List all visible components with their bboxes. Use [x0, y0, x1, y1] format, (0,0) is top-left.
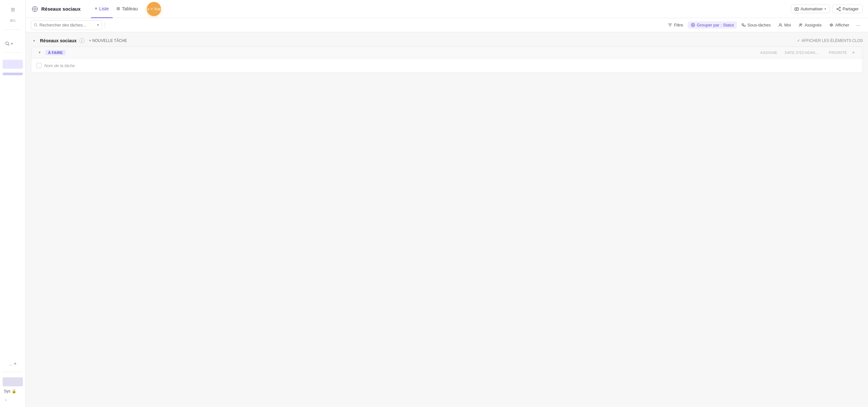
sidebar-search-area[interactable]: ▾ [3, 41, 23, 46]
plus-icon: + [147, 6, 150, 11]
svg-point-6 [34, 8, 36, 10]
filter-divider [104, 22, 105, 28]
chevron-icon: ▾ [11, 42, 13, 46]
task-table: ▾ À FAIRE ASSIGNE DATE D'ÉCHÉAN... PRIOR… [31, 46, 863, 73]
sous-taches-label: Sous-tâches [747, 23, 771, 27]
col-date-header: DATE D'ÉCHÉAN... [780, 51, 818, 55]
new-task-label: + NOUVELLE TÂCHE [89, 38, 127, 43]
topbar-right: Automatiser ▾ Partager [791, 4, 863, 13]
show-closed-button[interactable]: ✓ AFFICHER LES ÉLÉMENTS CLOS [797, 38, 863, 43]
svg-line-18 [838, 9, 840, 10]
task-checkbox[interactable] [36, 63, 42, 68]
sidebar: ⌘K ▾ ... + Sys 🔒 › [0, 0, 26, 407]
filter-more-button[interactable]: ··· [854, 21, 863, 30]
tableau-icon: ⊞ [117, 6, 120, 11]
sidebar-more-button[interactable]: ... + [6, 359, 19, 368]
tab-liste-label: Liste [99, 6, 109, 11]
sidebar-chevron-button[interactable]: › [3, 397, 9, 403]
search-dropdown-icon[interactable]: ▾ [97, 23, 99, 27]
section-header: ▾ Réseaux sociaux i + NOUVELLE TÂCHE ✓ A… [31, 37, 863, 44]
table-header: ▾ À FAIRE ASSIGNE DATE D'ÉCHÉAN... PRIOR… [31, 47, 863, 58]
sidebar-nav-item-highlight[interactable] [3, 60, 23, 69]
assignes-label: Assignés [804, 23, 822, 27]
list-icon: ≡ [95, 6, 97, 11]
svg-point-31 [780, 24, 781, 25]
moi-button[interactable]: Moi [775, 21, 794, 29]
automatiser-chevron-icon: ▾ [825, 7, 826, 11]
sys-label: Sys 🔒 [3, 388, 18, 395]
sidebar-bottom: Sys 🔒 › [0, 388, 26, 403]
sous-taches-button[interactable]: Sous-tâches [738, 21, 774, 29]
svg-line-4 [8, 44, 10, 46]
moi-label: Moi [784, 23, 791, 27]
assignes-button[interactable]: Assignés [796, 21, 825, 29]
task-name-placeholder[interactable]: Nom de la tâche [44, 63, 857, 68]
main-content: Réseaux sociaux ≡ Liste ⊞ Tableau + + Vu… [26, 0, 868, 407]
table-collapse-button[interactable]: ▾ [36, 50, 43, 56]
svg-rect-27 [742, 24, 743, 25]
shortcut-hint: ⌘K [10, 19, 16, 23]
section-collapse-button[interactable]: ▾ [31, 37, 37, 44]
svg-rect-0 [11, 8, 15, 9]
sidebar-bottom-bar[interactable] [3, 377, 23, 386]
col-priorite-header: PRIORITÉ [821, 51, 847, 55]
svg-line-20 [36, 26, 37, 27]
svg-rect-11 [795, 8, 799, 10]
sidebar-top: ⌘K ▾ [0, 4, 26, 76]
svg-point-16 [837, 8, 838, 10]
section-title: Réseaux sociaux [40, 38, 77, 43]
col-assigne-header: ASSIGNE [739, 51, 777, 55]
svg-point-34 [831, 25, 832, 26]
svg-rect-28 [744, 25, 745, 27]
filtre-button[interactable]: Filtre [665, 21, 686, 29]
afficher-label: Afficher [835, 23, 849, 27]
topbar-left: Réseaux sociaux ≡ Liste ⊞ Tableau + + Vu… [31, 0, 791, 18]
svg-point-14 [839, 7, 841, 8]
automatiser-button[interactable]: Automatiser ▾ [791, 4, 830, 13]
new-task-button[interactable]: + NOUVELLE TÂCHE [87, 38, 129, 43]
page-title: Réseaux sociaux [41, 6, 81, 11]
add-vue-button[interactable]: + + Vue [147, 2, 161, 16]
grouper-label: Grouper par : Statut [697, 23, 734, 27]
svg-rect-1 [11, 9, 15, 10]
filtre-label: Filtre [674, 23, 683, 27]
search-wrapper: ▾ [31, 20, 102, 30]
page-icon [31, 5, 39, 13]
tabs: ≡ Liste ⊞ Tableau [91, 0, 142, 18]
sidebar-divider-1 [4, 29, 21, 30]
afficher-button[interactable]: Afficher [826, 21, 852, 29]
grouper-button[interactable]: Grouper par : Statut [688, 21, 737, 29]
tab-tableau-label: Tableau [122, 6, 138, 11]
content-area: ▾ Réseaux sociaux i + NOUVELLE TÂCHE ✓ A… [26, 32, 868, 407]
sidebar-nav-item-bar[interactable] [3, 73, 23, 75]
automatiser-label: Automatiser [801, 6, 823, 11]
svg-rect-2 [11, 11, 15, 11]
checkmark-icon: ✓ [797, 38, 800, 43]
col-add-button[interactable]: + [849, 49, 857, 57]
sidebar-divider-3 [3, 372, 23, 372]
lock-icon: 🔒 [11, 389, 17, 394]
filterbar: ▾ Filtre Grouper par : Statut Sous-tâche… [26, 18, 868, 32]
svg-line-17 [838, 8, 840, 9]
collapse-sidebar-button[interactable] [7, 4, 19, 15]
partager-label: Partager [842, 6, 859, 11]
svg-point-15 [839, 10, 841, 11]
partager-button[interactable]: Partager [832, 4, 863, 13]
tab-tableau[interactable]: ⊞ Tableau [113, 0, 142, 18]
tab-liste[interactable]: ≡ Liste [91, 0, 113, 18]
show-closed-label: AFFICHER LES ÉLÉMENTS CLOS [802, 38, 863, 43]
section-info-icon[interactable]: i [80, 38, 85, 43]
search-input[interactable] [39, 23, 95, 27]
table-row: Nom de la tâche [31, 58, 863, 73]
topbar: Réseaux sociaux ≡ Liste ⊞ Tableau + + Vu… [26, 0, 868, 18]
sidebar-divider-2 [4, 52, 21, 53]
status-badge: À FAIRE [45, 50, 65, 55]
